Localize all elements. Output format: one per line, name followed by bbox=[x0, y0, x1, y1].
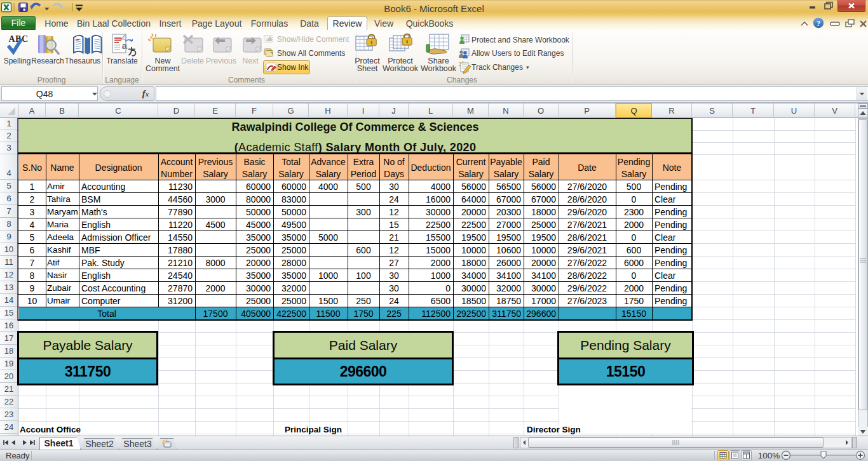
svg-text:?: ? bbox=[817, 18, 821, 28]
svg-text:a: a bbox=[122, 40, 128, 51]
